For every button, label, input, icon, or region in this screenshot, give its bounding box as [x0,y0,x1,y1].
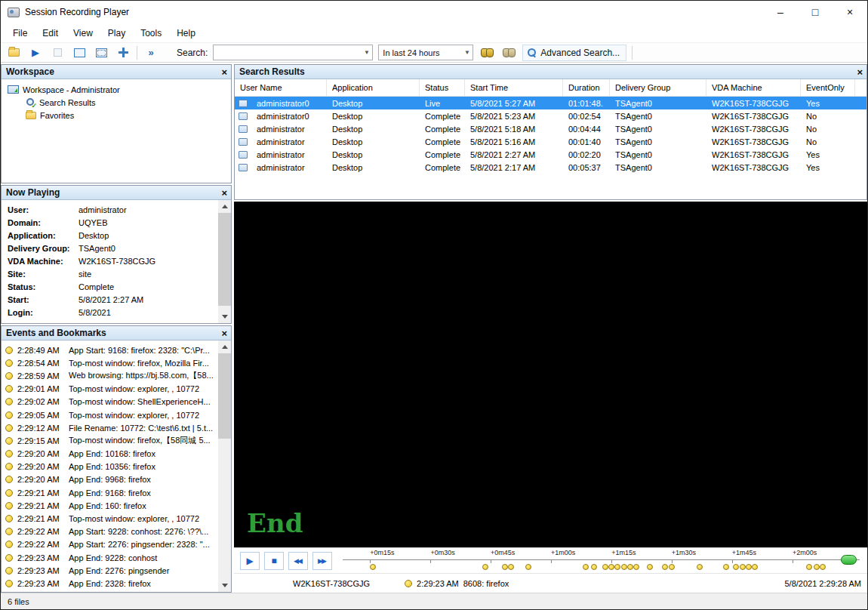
event-row[interactable]: 2:29:22 AMApp Start: 2276: pingsender: 2… [5,538,216,551]
event-row[interactable]: 2:28:54 AMTop-most window: firefox, Mozi… [5,356,216,369]
scrollbar-thumb[interactable] [218,353,231,439]
search-down-button[interactable] [479,45,495,60]
close-button[interactable]: × [833,1,867,23]
tree-item-favorites[interactable]: Favorites [2,109,231,122]
tree-item-search-results[interactable]: Search Results [2,96,231,109]
menu-item-play[interactable]: Play [100,25,133,42]
event-row[interactable]: 2:29:05 AMTop-most window: explorer, , 1… [5,408,216,421]
close-icon[interactable]: × [221,328,227,338]
timeline[interactable]: +0m15s+0m30s+0m45s+1m00s+1m15s+1m30s+1m4… [343,548,860,573]
event-row[interactable]: 2:29:20 AMApp End: 10168: firefox [5,448,216,461]
timeline-event-dot[interactable] [662,564,668,570]
timeline-event-dot[interactable] [733,564,739,570]
timeline-track[interactable] [343,559,860,560]
chevron-down-icon[interactable]: ▼ [361,49,372,56]
timeline-event-dot[interactable] [627,564,633,570]
menu-item-help[interactable]: Help [169,25,203,42]
column-header-vda-machine[interactable]: VDA Machine [706,79,801,96]
rewind-button[interactable]: ◀◀ [288,552,308,570]
column-header-eventonly[interactable]: EventOnly [801,79,855,96]
search-result-row[interactable]: administrator0DesktopComplete5/8/2021 5:… [235,109,866,122]
timeline-slider[interactable] [841,555,857,565]
event-row[interactable]: 2:28:59 AMWeb browsing: https://bj.58.co… [5,369,216,382]
timeline-event-dot[interactable] [814,564,820,570]
fast-forward-button[interactable]: ▶▶ [312,552,332,570]
close-icon[interactable]: × [221,67,227,77]
timeline-event-dot[interactable] [614,564,620,570]
play-button[interactable]: ▶ [240,552,260,570]
timeline-event-dot[interactable] [723,564,729,570]
event-row[interactable]: 2:29:01 AMTop-most window: explorer, , 1… [5,383,216,396]
maximize-button[interactable]: □ [798,1,833,23]
event-row[interactable]: 2:29:12 AMFile Rename: 10772: C:\test\6.… [5,421,216,434]
timeline-event-dot[interactable] [583,564,589,570]
stop-toolbar-button[interactable] [49,45,66,60]
stop-button[interactable]: ■ [264,552,284,570]
event-row[interactable]: 2:29:23 AMApp End: 2276: pingsender [5,564,216,577]
timeline-event-dot[interactable] [647,564,653,570]
more-tools-button[interactable]: » [143,45,159,60]
menu-item-file[interactable]: File [5,25,35,42]
timeline-event-dot[interactable] [752,564,758,570]
timeline-event-dot[interactable] [482,564,488,570]
time-filter-dropdown[interactable]: In last 24 hours ▼ [378,45,473,60]
event-row[interactable]: 2:29:02 AMTop-most window: ShellExperien… [5,396,216,408]
timeline-event-dot[interactable] [806,564,812,570]
column-header-start-time[interactable]: Start Time [465,79,563,96]
event-row[interactable]: 2:29:23 AMApp End: 2328: firefox [5,577,216,590]
now-playing-scrollbar[interactable] [218,200,231,323]
event-row[interactable]: 2:29:22 AMApp Start: 9228: conhost: 2276… [5,525,216,538]
scroll-down-icon[interactable] [218,310,231,323]
timeline-event-dot[interactable] [370,564,376,570]
search-result-row[interactable]: administrator0DesktopLive5/8/2021 5:27 A… [235,97,866,109]
scroll-up-icon[interactable] [218,340,231,353]
column-header-duration[interactable]: Duration [563,79,610,96]
timeline-event-dot[interactable] [508,564,514,570]
search-result-row[interactable]: administratorDesktopComplete5/8/2021 5:1… [235,135,866,148]
timeline-event-dot[interactable] [525,564,531,570]
close-icon[interactable]: × [857,67,863,77]
column-header-user-name[interactable]: User Name [235,79,327,96]
timeline-event-dot[interactable] [697,564,703,570]
chevron-down-icon[interactable]: ▼ [461,49,472,56]
timeline-event-dot[interactable] [669,564,675,570]
event-row[interactable]: 2:29:15 AMTop-most window: firefox,【58同城… [5,434,216,447]
timeline-event-dot[interactable] [608,564,614,570]
minimize-button[interactable]: – [763,1,798,23]
event-row[interactable]: 2:29:23 AMApp End: 9228: conhost [5,551,216,564]
pan-button[interactable] [115,45,131,60]
scroll-down-icon[interactable] [218,579,231,592]
menu-item-tools[interactable]: Tools [133,25,169,42]
column-header-delivery-group[interactable]: Delivery Group [610,79,706,96]
scrollbar-thumb[interactable] [218,213,231,306]
event-row[interactable]: 2:28:49 AMApp Start: 9168: firefox: 2328… [5,344,216,356]
events-scrollbar[interactable] [218,340,231,592]
tree-item-workspace-root[interactable]: Workspace - Administrator [2,83,231,96]
menu-item-view[interactable]: View [66,25,100,42]
timeline-event-dot[interactable] [740,564,746,570]
event-row[interactable]: 2:29:21 AMApp End: 160: firefox [5,499,216,512]
timeline-event-dot[interactable] [820,564,826,570]
event-row[interactable]: 2:29:20 AMApp End: 10356: firefox [5,461,216,473]
timeline-event-dot[interactable] [502,564,508,570]
timeline-event-dot[interactable] [591,564,597,570]
search-up-button[interactable] [500,45,517,60]
advanced-search-button[interactable]: Advanced Search... [522,45,626,61]
timeline-event-dot[interactable] [621,564,627,570]
search-result-row[interactable]: administratorDesktopComplete5/8/2021 2:1… [235,161,866,174]
event-row[interactable]: 2:29:21 AMTop-most window: explorer, , 1… [5,512,216,525]
timeline-event-dot[interactable] [602,564,608,570]
open-file-button[interactable] [5,45,22,60]
scroll-up-icon[interactable] [218,200,231,213]
fullscreen-button[interactable] [71,45,88,60]
close-icon[interactable]: × [221,188,227,198]
menu-item-edit[interactable]: Edit [35,25,66,42]
play-toolbar-button[interactable]: ▶ [27,45,44,60]
search-result-row[interactable]: administratorDesktopComplete5/8/2021 2:2… [235,148,866,161]
search-combobox[interactable]: ▼ [213,45,373,60]
timeline-event-dot[interactable] [633,564,639,570]
timeline-event-dot[interactable] [746,564,752,570]
column-header-status[interactable]: Status [420,79,465,96]
search-result-row[interactable]: administratorDesktopComplete5/8/2021 5:1… [235,122,866,135]
event-row[interactable]: 2:29:20 AMApp End: 9968: firefox [5,473,216,486]
